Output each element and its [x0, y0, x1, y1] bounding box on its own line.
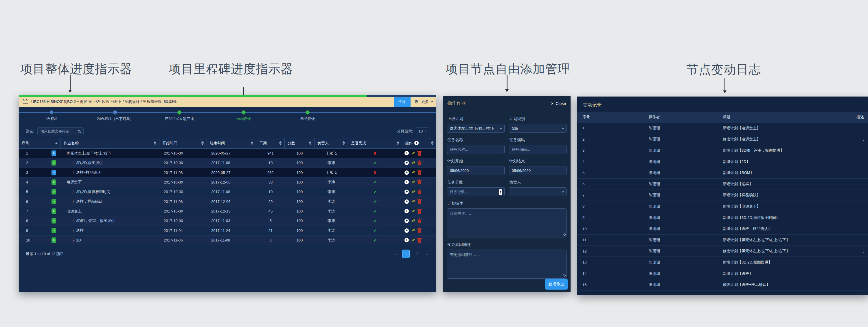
sort-icon [309, 141, 311, 145]
column-header-label: 工期 [259, 141, 267, 146]
column-header-label: 是否完成 [351, 141, 366, 146]
row-seq: 3 [26, 170, 28, 175]
edit-icon[interactable]: ✎ [411, 238, 416, 243]
column-header[interactable]: 分数 [285, 138, 314, 148]
add-subtask-icon[interactable]: + [404, 180, 409, 184]
add-subtask-icon[interactable]: + [404, 228, 409, 233]
milestone-dot[interactable] [306, 110, 310, 114]
more-menu-button[interactable]: 更多 [421, 99, 432, 104]
add-subtask-icon[interactable]: + [404, 170, 409, 175]
expand-chevron-icon[interactable]: > [52, 170, 56, 175]
edit-icon[interactable]: ✎ [411, 160, 416, 166]
add-task-icon[interactable]: + [414, 141, 418, 145]
log-row: 10陈珊珊新增计划【送样，样品确认】 [577, 223, 868, 235]
column-header[interactable]: 工期 [256, 138, 285, 148]
column-header[interactable]: 序号 [19, 138, 61, 148]
delete-icon[interactable] [418, 220, 421, 223]
end-date: 2020-05-27 [207, 149, 256, 158]
add-subtask-icon[interactable]: + [404, 161, 409, 165]
edit-icon[interactable]: ✎ [411, 227, 416, 234]
plan-level-select[interactable]: S级 [509, 124, 566, 133]
task-name-input[interactable] [450, 147, 501, 152]
expand-chevron-icon[interactable]: > [52, 238, 56, 243]
log-row: 9陈珊珊新增计划【3D,2D,提供板图时间】 [577, 212, 868, 223]
log-title: 新增计划【电源盒下】 [717, 204, 848, 209]
expand-chevron-icon[interactable]: > [52, 209, 56, 214]
column-header[interactable]: 负责人 [314, 138, 348, 148]
milestone-label: 1台样机 [45, 116, 58, 121]
milestone-dot[interactable] [242, 110, 246, 114]
add-subtask-icon[interactable]: + [404, 151, 409, 155]
duration: 10 [256, 158, 285, 167]
pagination-prev[interactable]: ← [394, 251, 398, 256]
delete-icon[interactable] [418, 229, 421, 233]
fullscreen-button[interactable]: 全屏 [394, 97, 410, 107]
plan-desc-textarea[interactable] [447, 209, 566, 238]
expand-chevron-icon[interactable]: > [52, 180, 56, 185]
column-header[interactable]: 作业名称 [61, 138, 159, 148]
change-reason-textarea[interactable] [447, 250, 566, 279]
gear-icon[interactable]: ⚙ [414, 99, 418, 104]
menu-icon[interactable] [23, 100, 28, 104]
task-score-input[interactable] [450, 190, 501, 194]
delete-icon[interactable] [418, 210, 421, 214]
expand-chevron-icon[interactable]: > [52, 160, 56, 166]
delete-icon[interactable] [418, 191, 421, 194]
pagination-next[interactable]: → [425, 251, 429, 256]
expand-chevron-icon[interactable]: > [52, 151, 56, 156]
plan-start-input[interactable] [450, 168, 501, 173]
duration: 3 [256, 236, 285, 245]
milestone-dot[interactable] [177, 110, 181, 114]
log-title: 新增计划【BOM】 [717, 170, 848, 175]
column-header[interactable]: 结束时间 [207, 138, 256, 148]
close-button[interactable]: × Close [551, 101, 566, 106]
search-input[interactable] [40, 129, 78, 133]
task-code-input[interactable] [512, 147, 563, 152]
delete-icon[interactable] [418, 171, 421, 175]
plan-end-input[interactable] [512, 168, 563, 173]
delete-icon[interactable] [418, 162, 421, 165]
add-task-button[interactable]: 新增作业 [545, 279, 568, 290]
add-subtask-icon[interactable]: + [404, 209, 409, 213]
edit-icon[interactable]: ✎ [411, 179, 416, 185]
column-header[interactable]: 操作+ [402, 138, 436, 148]
edit-icon[interactable]: ✎ [411, 209, 416, 214]
edit-icon[interactable]: ✎ [411, 218, 416, 224]
page-size-select[interactable]: 10 [416, 127, 429, 135]
expand-chevron-icon[interactable]: > [52, 199, 56, 205]
log-operator: 陈珊珊 [644, 126, 717, 131]
end-date: 2017-12-13 [207, 207, 256, 216]
delete-icon[interactable] [418, 152, 421, 156]
tree-branch-icon: ├ [72, 161, 74, 165]
milestone-dot[interactable] [50, 110, 54, 114]
owner-select[interactable] [509, 187, 566, 196]
pagination-page[interactable]: 1 [402, 250, 410, 258]
add-subtask-icon[interactable]: + [404, 219, 409, 223]
expand-chevron-icon[interactable]: > [52, 228, 56, 234]
edit-icon[interactable]: ✎ [411, 189, 416, 195]
add-subtask-icon[interactable]: + [404, 190, 409, 194]
task-score-label: 任务分数 [447, 180, 505, 185]
parent-plan-select[interactable]: 屏壳体左上/左下/右上/右下 [447, 124, 505, 133]
delete-icon[interactable] [418, 181, 421, 184]
search-box [37, 127, 84, 135]
delete-icon[interactable] [418, 239, 421, 243]
owner: 李涛 [314, 158, 348, 167]
expand-chevron-icon[interactable]: > [52, 189, 56, 194]
edit-icon[interactable]: ✎ [411, 170, 416, 176]
done-icon: ✔ [373, 199, 377, 204]
col-seq: 序号 [577, 114, 644, 120]
milestone-dot[interactable] [113, 110, 117, 114]
expand-chevron-icon[interactable]: > [52, 218, 56, 223]
edit-icon[interactable]: ✎ [411, 151, 416, 156]
pagination-page[interactable]: 2 [414, 252, 421, 256]
annotation-change-log: 节点变动日志 [686, 61, 761, 78]
task-name: 送样+样品确认 [76, 170, 101, 175]
edit-icon[interactable]: ✎ [411, 198, 416, 205]
delete-icon[interactable] [418, 200, 421, 204]
add-subtask-icon[interactable]: + [404, 199, 409, 204]
add-subtask-icon[interactable]: + [404, 238, 409, 242]
column-header[interactable]: 是否完成 [348, 138, 402, 148]
number-stepper-icon[interactable] [499, 189, 502, 195]
column-header[interactable]: 开始时间 [159, 138, 207, 148]
